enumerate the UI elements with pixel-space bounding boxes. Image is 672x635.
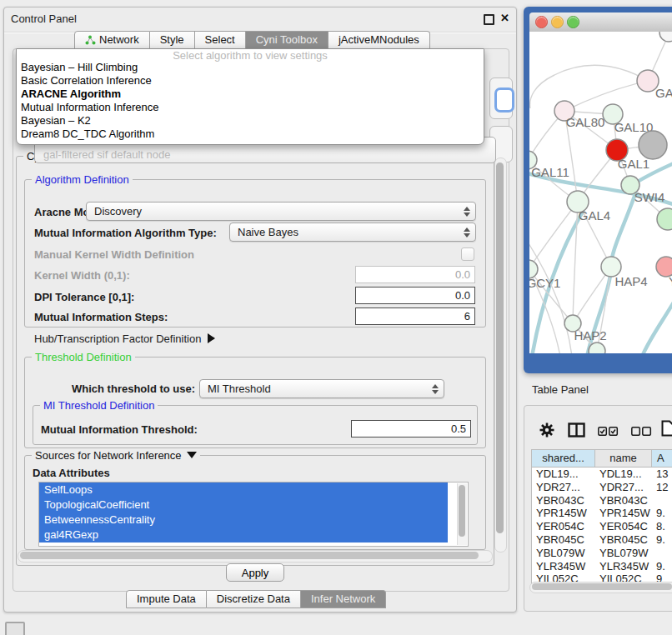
table-cell: YER054C (595, 520, 652, 533)
minimize-traffic-light-icon[interactable] (551, 16, 564, 28)
table-cell: YDL19... (595, 468, 652, 481)
node-label: HAP2 (574, 328, 606, 342)
column-header-shared-name[interactable]: shared... (532, 450, 595, 467)
attribute-list-item[interactable]: gal4RGexp (39, 528, 448, 542)
which-threshold-combo[interactable]: MI Threshold (199, 379, 444, 398)
zoom-traffic-light-icon[interactable] (567, 16, 579, 28)
list-scrollbar[interactable] (457, 483, 467, 545)
mi-algorithm-type-combo[interactable]: Naive Bayes (229, 222, 476, 242)
new-column-icon[interactable] (661, 420, 672, 437)
select-all-icon[interactable] (598, 427, 619, 436)
table-horizontal-scrollbar[interactable] (529, 582, 672, 593)
kernel-width-label: Kernel Width (0,1): (34, 269, 130, 282)
table-cell: YER054C (532, 520, 595, 533)
tab-infer-network[interactable]: Infer Network (301, 590, 386, 608)
tab-select[interactable]: Select (195, 31, 246, 49)
manual-kernel-checkbox[interactable] (461, 248, 474, 261)
algorithm-option[interactable]: Basic Correlation Inference (17, 74, 484, 88)
network-graph: GALGAL80GAL10GAL1GAL11SWI4GAL4GCY1HAP4YH… (529, 32, 672, 353)
table-row[interactable]: YDR27...YDR27...12 (532, 481, 672, 494)
group-title: Algorithm Definition (32, 173, 133, 186)
tab-impute-data[interactable]: Impute Data (126, 590, 207, 608)
group-title: Threshold Definition (32, 351, 135, 363)
bottom-tabs: Impute Data Discretize Data Infer Networ… (126, 590, 386, 608)
dpi-tolerance-field[interactable]: 0.0 (355, 287, 475, 304)
table-cell: 8. (652, 520, 672, 533)
dpi-tolerance-label: DPI Tolerance [0,1]: (34, 291, 134, 303)
table-cell: 12 (652, 481, 672, 494)
network-icon (85, 35, 96, 45)
algorithm-option[interactable]: Bayesian – K2 (17, 114, 484, 128)
close-icon[interactable]: ✕ (500, 12, 509, 24)
settings-vertical-scrollbar[interactable] (494, 158, 507, 552)
table-row[interactable]: YBR043CYBR043C (532, 494, 672, 508)
table-panel: shared... name A YDL19...YDL19...13YDR27… (524, 405, 672, 612)
table-row[interactable]: YBR045CYBR045C9. (532, 533, 672, 547)
attribute-list-item[interactable]: BetweennessCentrality (39, 512, 448, 528)
table-row[interactable]: YER054CYER054C8. (532, 520, 672, 533)
apply-button[interactable]: Apply (226, 563, 284, 582)
algorithm-popup-placeholder: Select algorithm to view settings (17, 49, 484, 61)
data-attributes-list[interactable]: SelfLoopsTopologicalCoefficientBetweenne… (38, 482, 469, 547)
network-canvas[interactable]: GALGAL80GAL10GAL1GAL11SWI4GAL4GCY1HAP4YH… (529, 32, 672, 353)
network-window-titlebar[interactable] (529, 12, 672, 32)
manual-kernel-label: Manual Kernel Width Definition (34, 248, 194, 261)
aracne-mode-combo[interactable]: Discovery (86, 202, 476, 221)
network-node[interactable] (589, 342, 605, 353)
combo-stepper-icon (463, 206, 470, 218)
node-label: GCY1 (529, 276, 560, 290)
table-row[interactable]: YBL079WYBL079W (532, 547, 672, 560)
mi-threshold-label: Mutual Information Threshold: (41, 423, 198, 436)
mi-threshold-field[interactable]: 0.5 (351, 420, 471, 438)
table-body: YDL19...YDL19...13YDR27...YDR27...12YBR0… (532, 468, 672, 586)
settings-horizontal-scrollbar[interactable] (18, 550, 493, 562)
deselect-all-icon[interactable] (631, 427, 652, 436)
docked-panel-icon[interactable] (5, 622, 25, 635)
network-node[interactable] (659, 32, 672, 42)
table-cell: 9. (652, 533, 672, 547)
sources-group-title[interactable]: Sources for Network Inference (32, 449, 200, 462)
tab-network[interactable]: Network (74, 31, 150, 49)
table-cell: YBR045C (595, 533, 652, 547)
table-cell: YDR27... (532, 481, 595, 494)
network-node[interactable] (657, 208, 672, 230)
tab-discretize-data[interactable]: Discretize Data (207, 590, 301, 608)
mi-steps-field[interactable]: 6 (355, 308, 475, 325)
gear-icon[interactable] (539, 422, 554, 438)
table-panel-title: Table Panel (532, 383, 589, 396)
kernel-width-field: 0.0 (355, 266, 475, 283)
node-label: GAL1 (618, 157, 649, 171)
application-screen: Control Panel ✕ Network Style Select Cyn… (0, 0, 672, 635)
close-traffic-light-icon[interactable] (535, 16, 548, 28)
algorithm-option[interactable]: Mutual Information Inference (17, 101, 484, 114)
tab-style[interactable]: Style (150, 31, 195, 49)
table-row[interactable]: YLR345WYLR345W9. (532, 560, 672, 573)
algorithm-option[interactable]: Dream8 DC_TDC Algorithm (17, 128, 484, 141)
network-node[interactable] (639, 131, 667, 159)
table-cell: YDR27... (595, 481, 652, 494)
tab-cyni-toolbox[interactable]: Cyni Toolbox (246, 31, 328, 49)
algorithm-popup-list: Bayesian – Hill ClimbingBasic Correlatio… (17, 61, 484, 141)
algorithm-option[interactable]: ARACNE Algorithm (17, 88, 484, 101)
tab-jactivemnodules[interactable]: jActiveMNodules (328, 31, 430, 49)
node-label: HAP4 (614, 274, 647, 288)
table-cell: YPR145W (595, 507, 652, 520)
table-cell (652, 494, 672, 508)
table-row[interactable]: YPR145WYPR145W9. (532, 507, 672, 520)
algorithm-dropdown-popup: Select algorithm to view settings Bayesi… (16, 48, 484, 145)
float-window-icon[interactable] (484, 14, 494, 25)
data-attributes-label: Data Attributes (33, 467, 110, 479)
column-header-partial[interactable]: A (652, 450, 672, 467)
table-cell: 13 (652, 468, 672, 481)
collapse-down-icon (187, 452, 197, 458)
algorithm-option[interactable]: Bayesian – Hill Climbing (17, 61, 484, 74)
attribute-list-item[interactable]: TopologicalCoefficient (39, 498, 448, 512)
which-threshold-label: Which threshold to use: (72, 382, 195, 395)
mi-steps-label: Mutual Information Steps: (34, 311, 168, 323)
hub-definition-expander[interactable]: Hub/Transcription Factor Definition (34, 332, 215, 345)
column-header-name[interactable]: name (595, 450, 652, 467)
attribute-list-item[interactable]: SelfLoops (39, 482, 448, 498)
split-view-icon[interactable] (568, 422, 585, 438)
table-row[interactable]: YDL19...YDL19...13 (532, 468, 672, 481)
expand-right-icon (208, 333, 215, 343)
